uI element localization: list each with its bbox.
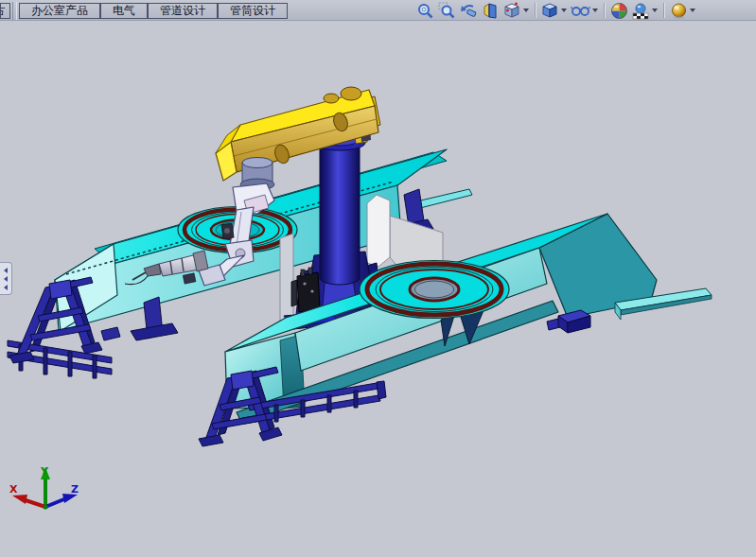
column-control-box[interactable]	[291, 268, 320, 312]
collapse-arrow-icon	[4, 276, 8, 282]
viewport-3d[interactable]: Y X Z	[0, 0, 756, 557]
zoom-to-fit-icon[interactable]	[414, 0, 436, 21]
toolbar-separator	[663, 3, 664, 18]
triad-z-label: Z	[71, 483, 79, 496]
dropdown-arrow[interactable]	[690, 9, 695, 12]
solidworks-window: Y X Z 古 办公室产品 电气 管道设计 管筒设计	[0, 0, 756, 557]
dropdown-arrow[interactable]	[592, 9, 598, 12]
top-toolbar: 古 办公室产品 电气 管道设计 管筒设计	[0, 0, 756, 21]
view-orientation-icon[interactable]	[501, 0, 531, 21]
previous-view-icon[interactable]	[458, 0, 480, 21]
triad-y-label: Y	[40, 465, 49, 478]
triad-x-label: X	[9, 483, 18, 496]
edit-appearance-icon[interactable]	[608, 0, 630, 21]
ring-seat-front[interactable]	[360, 261, 509, 319]
tab-electrical[interactable]: 电气	[100, 3, 148, 19]
collapse-arrow-icon	[4, 268, 8, 273]
zoom-to-area-icon[interactable]	[436, 0, 458, 21]
dropdown-arrow[interactable]	[523, 9, 529, 12]
tab-partial[interactable]: 古	[0, 3, 10, 19]
heads-up-view-toolbar	[414, 0, 697, 21]
command-manager-tabs: 古 办公室产品 电气 管道设计 管筒设计	[0, 0, 288, 21]
dropdown-arrow[interactable]	[652, 9, 658, 12]
toolbar-separator	[604, 3, 605, 18]
section-view-icon[interactable]	[480, 0, 501, 21]
tab-separator	[12, 2, 17, 20]
tab-piping-design[interactable]: 管道设计	[148, 3, 218, 19]
toolbar-separator	[535, 3, 536, 18]
orientation-triad[interactable]: Y X Z	[9, 465, 79, 510]
apply-scene-icon[interactable]	[630, 0, 659, 21]
view-settings-icon[interactable]	[668, 0, 697, 21]
hide-show-items-icon[interactable]	[569, 0, 600, 21]
display-style-icon[interactable]	[539, 0, 569, 21]
collapse-arrow-icon	[4, 285, 8, 290]
feature-panel-collapse-tab[interactable]	[0, 262, 12, 295]
tab-tubing-design[interactable]: 管筒设计	[218, 3, 288, 19]
tab-office-products[interactable]: 办公室产品	[19, 3, 100, 19]
dropdown-arrow[interactable]	[561, 9, 567, 12]
